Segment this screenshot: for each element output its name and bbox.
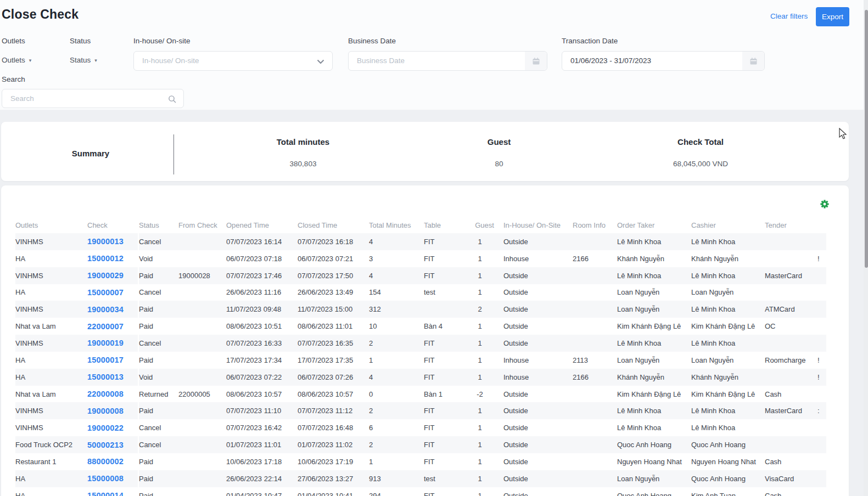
table-cell: 1 <box>466 318 503 335</box>
table-cell: Paid <box>138 453 178 470</box>
table-cell: 11/07/2023 09:48 <box>226 301 298 318</box>
table-cell: VINHMS <box>15 301 87 318</box>
table-cell: 1 <box>466 250 503 267</box>
check-number-link[interactable]: 88000002 <box>87 457 124 466</box>
table-cell: 27/06/2023 13:27 <box>298 470 369 487</box>
table-cell <box>178 233 226 250</box>
table-cell: Void <box>138 250 178 267</box>
inhouse-select[interactable]: In-house/ On-site <box>133 51 333 71</box>
check-number-link[interactable]: 15000007 <box>87 288 124 297</box>
check-number-link[interactable]: 15000012 <box>87 254 124 263</box>
column-header: Status <box>138 217 178 233</box>
table-cell: VINHMS <box>15 402 87 419</box>
table-cell: Inhouse <box>503 352 573 369</box>
table-cell: 11/07/2023 15:00 <box>298 301 369 318</box>
table-cell: 1 <box>466 352 503 369</box>
column-header: Opened Time <box>226 217 298 233</box>
business-date-calendar-addon[interactable] <box>525 52 547 70</box>
table-cell: 08/06/2023 10:57 <box>298 386 369 403</box>
table-cell: 07/07/2023 17:50 <box>298 267 369 284</box>
gear-icon[interactable] <box>820 200 829 208</box>
scrollbar-thumb[interactable] <box>865 10 868 268</box>
check-number-link[interactable]: 19000019 <box>87 339 124 347</box>
clear-filters-link[interactable]: Clear filters <box>770 12 808 20</box>
table-cell <box>178 470 226 487</box>
table-row: VINHMS19000008Paid07/07/2023 11:1007/07/… <box>15 402 826 419</box>
table-cell: Outside <box>503 402 573 419</box>
table-cell: 2113 <box>573 352 617 369</box>
table-cell <box>178 436 226 453</box>
export-button[interactable]: Export <box>816 7 849 26</box>
check-number-link[interactable]: 19000034 <box>87 305 124 314</box>
table-cell: 1 <box>369 352 424 369</box>
check-number-link[interactable]: 15000008 <box>87 474 124 483</box>
table-cell: 01/07/2023 11:02 <box>298 436 369 453</box>
table-cell: Void <box>138 369 178 386</box>
table-cell <box>573 386 617 403</box>
table-cell: Inhouse <box>503 250 573 267</box>
table-cell: FIT <box>424 352 466 369</box>
table-cell: ! <box>817 369 826 386</box>
table-cell <box>817 335 826 352</box>
table-cell: VINHMS <box>15 267 87 284</box>
table-cell: 1 <box>466 419 503 436</box>
outlets-filter-label: Outlets <box>2 37 25 45</box>
table-cell <box>573 284 617 301</box>
table-cell: Lê Minh Khoa <box>691 233 765 250</box>
table-cell <box>765 436 817 453</box>
table-cell: Restaurant 1 <box>15 453 87 470</box>
outlets-dropdown[interactable]: Outlets▾ <box>2 56 31 64</box>
check-number-link[interactable]: 15000014 <box>87 491 124 496</box>
table-row: VINHMS19000022Cancel07/07/2023 16:4207/0… <box>15 419 826 436</box>
check-number-link[interactable]: 50000213 <box>87 441 124 449</box>
table-cell: Cancel <box>138 233 178 250</box>
table-cell: Khánh Nguyễn <box>691 369 765 386</box>
table-cell <box>573 419 617 436</box>
business-date-input[interactable]: Business Date <box>348 51 547 71</box>
table-cell <box>817 301 826 318</box>
table-cell <box>573 318 617 335</box>
table-cell: FIT <box>424 419 466 436</box>
table-cell <box>765 369 817 386</box>
table-cell: 15000012 <box>87 250 138 267</box>
table-cell: Lê Minh Khoa <box>617 419 691 436</box>
table-cell: 1 <box>466 402 503 419</box>
column-header <box>817 217 826 233</box>
metric-label: Guest <box>417 137 581 146</box>
check-number-link[interactable]: 15000017 <box>87 356 124 364</box>
table-cell: Lê Minh Khoa <box>691 419 765 436</box>
search-input[interactable]: Search <box>2 89 184 108</box>
check-number-link[interactable]: 15000013 <box>87 373 124 381</box>
metric-label: Total minutes <box>221 137 385 146</box>
table-cell: FIT <box>424 335 466 352</box>
table-cell: Cancel <box>138 419 178 436</box>
table-cell <box>178 352 226 369</box>
check-number-link[interactable]: 19000013 <box>87 237 124 246</box>
table-cell: Kim Khánh Đặng Lê <box>691 386 765 403</box>
check-number-link[interactable]: 19000029 <box>87 271 124 280</box>
check-number-link[interactable]: 22000008 <box>87 390 124 398</box>
page-title: Close Check <box>2 7 79 22</box>
check-number-link[interactable]: 19000022 <box>87 424 124 432</box>
table-cell: Khánh Nguyễn <box>691 250 765 267</box>
table-cell: 07/07/2023 16:18 <box>298 233 369 250</box>
table-cell <box>178 335 226 352</box>
table-row: VINHMS19000034Paid11/07/2023 09:4811/07/… <box>15 301 826 318</box>
status-dropdown[interactable]: Status▾ <box>70 56 97 64</box>
table-cell: 4 <box>369 267 424 284</box>
table-cell: ! <box>817 250 826 267</box>
table-cell <box>573 301 617 318</box>
table-cell: HA <box>15 284 87 301</box>
transaction-date-input[interactable]: 01/06/2023 - 31/07/2023 <box>562 51 765 71</box>
check-number-link[interactable]: 19000008 <box>87 407 124 415</box>
table-cell: HA <box>15 369 87 386</box>
table-cell: 1 <box>466 335 503 352</box>
table-cell <box>817 267 826 284</box>
transaction-date-calendar-addon[interactable] <box>742 52 764 70</box>
table-row: Food Truck OCP250000213Cancel01/07/2023 … <box>15 436 826 453</box>
check-number-link[interactable]: 22000007 <box>87 322 124 331</box>
table-cell: VINHMS <box>15 335 87 352</box>
table-cell: VisaCard <box>765 470 817 487</box>
mouse-cursor <box>839 128 849 140</box>
metric-guest: Guest 80 <box>417 137 581 168</box>
